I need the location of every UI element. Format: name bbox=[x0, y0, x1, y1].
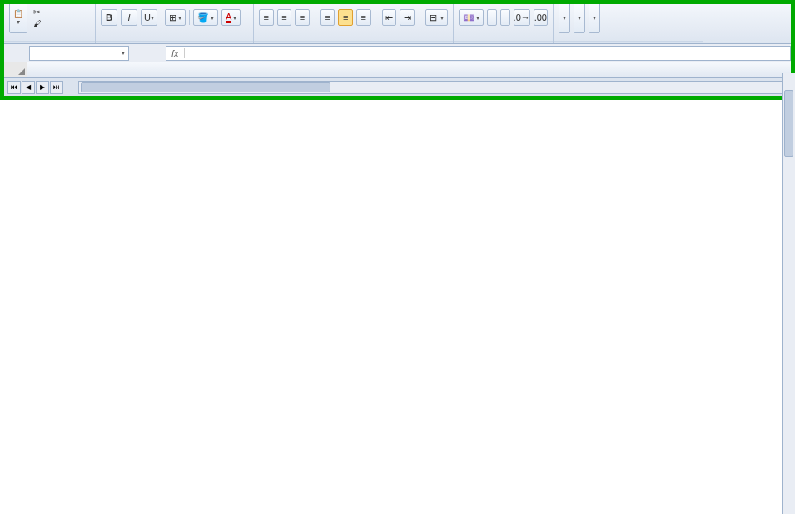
align-right-button[interactable]: ≡ bbox=[356, 9, 371, 26]
align-top-button[interactable]: ≡ bbox=[259, 9, 274, 26]
cell-styles-button[interactable]: ▾ bbox=[589, 2, 600, 33]
tab-first-button[interactable]: ⏮ bbox=[7, 81, 21, 94]
tab-next-button[interactable]: ▶ bbox=[36, 81, 49, 94]
alignment-group-label bbox=[254, 41, 453, 43]
vertical-scrollbar[interactable] bbox=[782, 73, 795, 100]
align-middle-button[interactable]: ≡ bbox=[277, 9, 292, 26]
formula-bar[interactable]: fx bbox=[166, 46, 791, 61]
column-headers bbox=[4, 62, 791, 77]
formula-bar-row: ▾ fx bbox=[4, 44, 791, 62]
tab-last-button[interactable]: ⏭ bbox=[50, 81, 63, 94]
currency-format-button[interactable]: 💷▾ bbox=[459, 9, 484, 26]
format-painter-button[interactable]: 🖌 bbox=[31, 18, 46, 29]
name-box[interactable]: ▾ bbox=[29, 46, 129, 61]
align-center-button[interactable]: ≡ bbox=[338, 9, 353, 26]
font-group-label bbox=[96, 41, 253, 43]
horizontal-scrollbar[interactable] bbox=[78, 81, 791, 94]
number-group-label bbox=[454, 41, 553, 43]
format-as-table-button[interactable]: ▾ bbox=[574, 2, 585, 33]
conditional-formatting-button[interactable]: ▾ bbox=[559, 2, 570, 33]
clipboard-group-label bbox=[4, 41, 95, 43]
bold-button[interactable]: B bbox=[101, 9, 117, 26]
fx-icon[interactable]: fx bbox=[166, 48, 185, 58]
merge-center-button[interactable]: ⊟ ▾ bbox=[425, 9, 448, 26]
underline-button[interactable]: U▾ bbox=[141, 9, 157, 26]
align-left-button[interactable]: ≡ bbox=[320, 9, 335, 26]
cut-button[interactable]: ✂ bbox=[31, 7, 46, 17]
increase-decimal-button[interactable]: .0→ bbox=[514, 9, 530, 26]
comma-format-button[interactable] bbox=[500, 9, 510, 26]
fill-color-button[interactable]: 🪣▾ bbox=[193, 9, 218, 26]
ribbon: 📋▾ ✂ 🖌 B I U▾ ⊞▾ 🪣▾ A▾ ≡ ≡ ≡ ≡ ≡ bbox=[4, 4, 791, 44]
increase-indent-button[interactable]: ⇥ bbox=[400, 9, 415, 26]
decrease-decimal-button[interactable]: .00 bbox=[534, 9, 548, 26]
border-button[interactable]: ⊞▾ bbox=[165, 9, 186, 26]
select-all-button[interactable] bbox=[4, 62, 27, 77]
decrease-indent-button[interactable]: ⇤ bbox=[382, 9, 397, 26]
styles-group-label bbox=[554, 41, 703, 43]
paste-button[interactable]: 📋▾ bbox=[9, 2, 27, 33]
tab-prev-button[interactable]: ◀ bbox=[22, 81, 35, 94]
italic-button[interactable]: I bbox=[121, 9, 137, 26]
sheet-tabs-row: ⏮ ◀ ▶ ⏭ bbox=[4, 77, 791, 96]
percent-format-button[interactable] bbox=[487, 9, 497, 26]
font-color-button[interactable]: A▾ bbox=[221, 9, 241, 26]
align-bottom-button[interactable]: ≡ bbox=[295, 9, 310, 26]
